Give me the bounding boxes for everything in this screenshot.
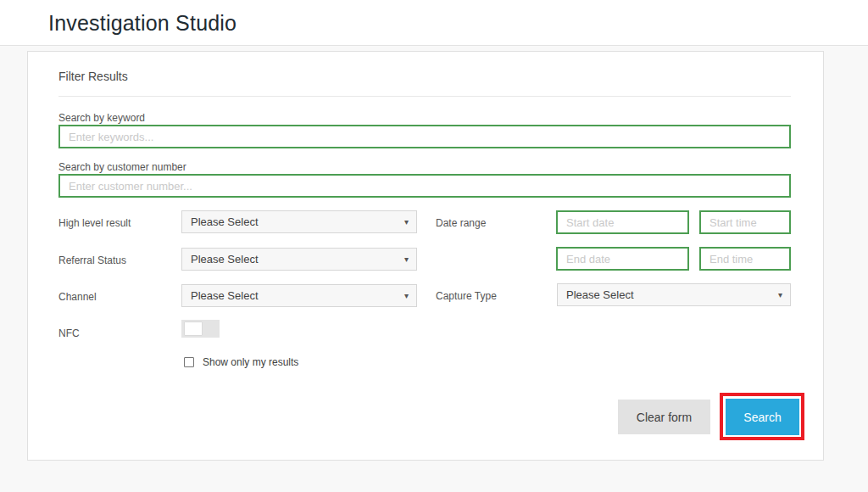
channel-label: Channel: [58, 291, 97, 303]
end-date-input[interactable]: [556, 247, 689, 271]
chevron-down-icon: ▾: [404, 216, 409, 226]
customer-number-label: Search by customer number: [58, 161, 186, 173]
panel-title: Filter Results: [58, 70, 128, 83]
show-only-my-results-option[interactable]: Show only my results: [184, 356, 298, 368]
start-time-input[interactable]: [699, 210, 791, 234]
referral-status-select[interactable]: Please Select ▾: [181, 248, 417, 271]
app-header: Investigation Studio: [0, 0, 868, 46]
nfc-label: NFC: [58, 327, 80, 339]
high-level-result-select[interactable]: Please Select ▾: [181, 210, 417, 233]
channel-select[interactable]: Please Select ▾: [181, 284, 417, 307]
capture-type-label: Capture Type: [436, 290, 497, 302]
filter-panel: Filter Results Search by keyword Search …: [27, 51, 824, 461]
search-button[interactable]: Search: [726, 399, 799, 435]
chevron-down-icon: ▾: [778, 289, 782, 299]
chevron-down-icon: ▾: [404, 290, 409, 299]
customer-number-input[interactable]: [58, 174, 791, 198]
nfc-toggle[interactable]: [181, 320, 220, 338]
chevron-down-icon: ▾: [404, 254, 409, 263]
referral-status-label: Referral Status: [58, 254, 126, 266]
end-time-input[interactable]: [699, 247, 791, 271]
keyword-label: Search by keyword: [58, 112, 145, 124]
high-level-result-value: Please Select: [191, 215, 259, 228]
keyword-input[interactable]: [58, 125, 791, 148]
date-range-label: Date range: [436, 217, 486, 229]
capture-type-value: Please Select: [566, 288, 634, 301]
capture-type-select[interactable]: Please Select ▾: [557, 283, 791, 306]
channel-value: Please Select: [191, 289, 259, 302]
show-only-my-results-label: Show only my results: [203, 356, 298, 368]
show-only-my-results-checkbox[interactable]: [184, 357, 194, 367]
start-date-input[interactable]: [556, 210, 689, 234]
high-level-result-label: High level result: [58, 217, 131, 229]
clear-form-button[interactable]: Clear form: [618, 400, 710, 434]
panel-divider: [58, 96, 791, 97]
toggle-knob: [185, 322, 202, 335]
page-title: Investigation Studio: [48, 11, 236, 36]
referral-status-value: Please Select: [191, 253, 259, 266]
